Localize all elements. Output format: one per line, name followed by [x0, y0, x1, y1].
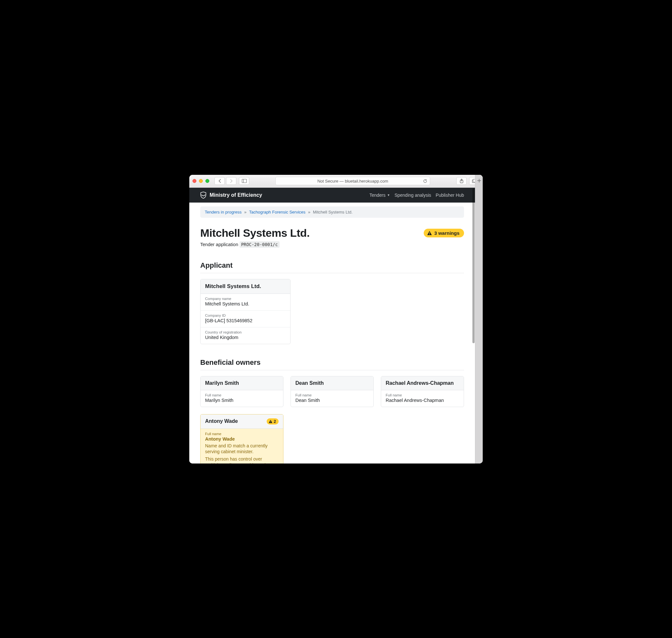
sidebar-toggle-button[interactable] [239, 177, 249, 185]
field-label: Full name [205, 432, 279, 436]
section-owners-heading: Beneficial owners [200, 358, 464, 370]
svg-rect-7 [270, 421, 271, 422]
field-value: Dean Smith [295, 398, 369, 403]
address-text: Not Secure — bluetail.herokuapp.com [317, 179, 388, 184]
field-value: Antony Wade [205, 436, 279, 441]
owner-fullname-row: Full name Dean Smith [291, 390, 374, 407]
owner-card-header: Rachael Andrews-Chapman [381, 376, 464, 390]
subtitle-prefix: Tender application [200, 242, 240, 247]
owner-card-header: Dean Smith [291, 376, 374, 390]
field-value: Marilyn Smith [205, 398, 279, 403]
breadcrumb-separator: » [244, 209, 246, 215]
owner-fullname-row: Full name Marilyn Smith [201, 390, 283, 407]
svg-rect-0 [242, 179, 246, 183]
window-zoom-button[interactable] [205, 179, 209, 183]
owner-warning-body: Full name Antony Wade Name and ID match … [201, 429, 283, 464]
field-label: Country of registration [205, 330, 286, 334]
warning-message: This person has control over multiple ap… [205, 456, 279, 463]
breadcrumb-tachograph-forensic-services[interactable]: Tachograph Forensic Services [249, 209, 305, 215]
brand-text: Ministry of Efficiency [210, 192, 262, 198]
field-label: Company ID [205, 314, 286, 317]
nav-tenders-label: Tenders [369, 192, 386, 198]
warnings-badge-text: 3 warnings [434, 230, 460, 236]
tender-code: PROC-20-0001/c [240, 241, 279, 248]
applicant-company-name-row: Company name Mitchell Systems Ltd. [201, 294, 290, 310]
field-label: Full name [295, 393, 369, 397]
warning-icon [269, 420, 273, 423]
browser-toolbar: Not Secure — bluetail.herokuapp.com [189, 175, 483, 188]
nav-spending-analysis[interactable]: Spending analysis [394, 192, 431, 198]
breadcrumb-tenders-in-progress[interactable]: Tenders in progress [205, 209, 242, 215]
field-label: Full name [205, 393, 279, 397]
owner-warning-count: 2 [274, 419, 276, 424]
window-minimize-button[interactable] [199, 179, 203, 183]
field-value: United Kingdom [205, 335, 286, 340]
owner-fullname-row: Full name Rachael Andrews-Chapman [381, 390, 464, 407]
reload-icon[interactable] [423, 179, 427, 183]
applicant-card: Mitchell Systems Ltd. Company name Mitch… [200, 279, 291, 344]
warnings-badge[interactable]: 3 warnings [424, 229, 464, 237]
window-controls [192, 179, 209, 183]
breadcrumb-separator: » [308, 209, 310, 215]
svg-rect-8 [270, 422, 271, 422]
shield-icon [200, 191, 206, 199]
address-bar[interactable]: Not Secure — bluetail.herokuapp.com [275, 177, 430, 185]
owner-card: Marilyn Smith Full name Marilyn Smith [200, 376, 283, 407]
nav-tenders[interactable]: Tenders ▼ [369, 192, 390, 198]
breadcrumb-current: Mitchell Systems Ltd. [313, 209, 353, 215]
field-label: Company name [205, 297, 286, 301]
nav-forward-button[interactable] [226, 177, 236, 185]
field-label: Full name [386, 393, 459, 397]
page-subtitle: Tender application PROC-20-0001/c [200, 242, 464, 247]
window-close-button[interactable] [192, 179, 196, 183]
chevron-down-icon: ▼ [387, 194, 390, 197]
app-header: Ministry of Efficiency Tenders ▼ Spendin… [189, 188, 475, 203]
warning-icon [427, 231, 432, 235]
vertical-scrollbar-thumb[interactable] [472, 188, 475, 343]
svg-rect-6 [429, 234, 430, 235]
applicant-card-header: Mitchell Systems Ltd. [201, 279, 290, 294]
owner-card-flagged: Antony Wade 2 Full name Antony Wade [200, 414, 283, 464]
brand[interactable]: Ministry of Efficiency [200, 191, 262, 199]
breadcrumb: Tenders in progress » Tachograph Forensi… [200, 206, 464, 218]
section-applicant-heading: Applicant [200, 261, 464, 273]
top-nav: Tenders ▼ Spending analysis Publisher Hu… [369, 192, 464, 198]
owner-name: Antony Wade [205, 418, 238, 424]
share-button[interactable] [456, 177, 467, 185]
new-tab-button[interactable] [475, 175, 483, 464]
nav-back-button[interactable] [214, 177, 225, 185]
owner-card-header: Marilyn Smith [201, 376, 283, 390]
owner-warning-badge[interactable]: 2 [267, 418, 279, 424]
field-value: Rachael Andrews-Chapman [386, 398, 459, 403]
field-value: [GB-LAC] 5315469852 [205, 318, 286, 323]
owner-card-header: Antony Wade 2 [201, 415, 283, 429]
browser-window: Not Secure — bluetail.herokuapp.com [189, 175, 483, 464]
page-viewport: Ministry of Efficiency Tenders ▼ Spendin… [189, 188, 475, 464]
warning-message: Name and ID match a currently serving ca… [205, 443, 279, 455]
field-value: Mitchell Systems Ltd. [205, 301, 286, 306]
applicant-company-id-row: Company ID [GB-LAC] 5315469852 [201, 310, 290, 328]
owner-card: Dean Smith Full name Dean Smith [291, 376, 374, 407]
owners-grid: Marilyn Smith Full name Marilyn Smith De… [200, 376, 464, 407]
page-title: Mitchell Systems Ltd. [200, 227, 310, 239]
applicant-country-row: Country of registration United Kingdom [201, 328, 290, 344]
owner-card: Rachael Andrews-Chapman Full name Rachae… [381, 376, 464, 407]
svg-rect-5 [429, 232, 430, 234]
nav-publisher-hub[interactable]: Publisher Hub [436, 192, 464, 198]
